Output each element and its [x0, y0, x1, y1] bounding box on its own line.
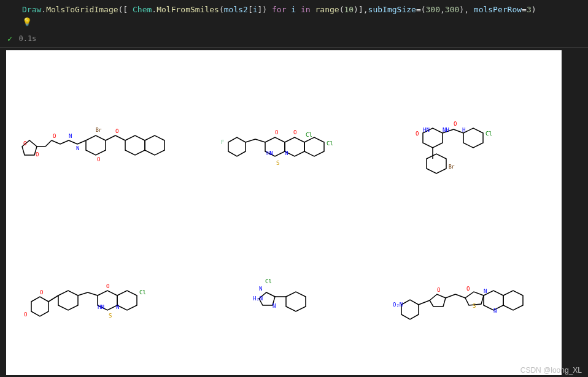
token-punct: ) [532, 4, 536, 16]
svg-text:F: F [221, 139, 224, 145]
svg-marker-10 [125, 135, 145, 155]
svg-line-5 [69, 140, 77, 144]
token-punct: ([ [118, 4, 133, 16]
svg-text:N: N [259, 286, 262, 292]
token-number: 300 [445, 4, 459, 16]
svg-text:N: N [493, 308, 497, 314]
svg-text:O: O [53, 133, 56, 139]
svg-marker-37 [463, 128, 483, 148]
svg-text:S: S [109, 313, 112, 319]
token-id: i [291, 4, 296, 16]
svg-marker-20 [228, 137, 246, 156]
svg-text:HN: HN [98, 304, 104, 310]
svg-text:NH: NH [443, 127, 449, 133]
svg-marker-63 [286, 292, 306, 311]
check-icon: ✓ [7, 34, 12, 44]
svg-text:S: S [473, 303, 476, 309]
svg-line-51 [88, 292, 98, 295]
svg-text:O: O [416, 131, 419, 137]
svg-text:Cl: Cl [139, 289, 146, 295]
molecule-grid: O O O N N Br O O F [6, 50, 562, 375]
svg-line-3 [52, 140, 60, 144]
svg-text:N: N [285, 150, 288, 156]
svg-text:N: N [69, 133, 72, 139]
svg-text:S: S [276, 160, 279, 166]
code-line: Draw . MolsToGridImage ([ Chem . MolFrom… [7, 4, 581, 16]
token-space [287, 4, 292, 16]
execution-time: 0.1s [18, 34, 36, 43]
svg-marker-75 [503, 291, 523, 310]
svg-text:HN: HN [423, 127, 430, 133]
token-punct: )], [354, 4, 368, 16]
token-number: 10 [344, 4, 354, 16]
token-punct: ]) [258, 4, 272, 16]
svg-marker-11 [145, 135, 164, 155]
token-punct: ), [459, 4, 473, 16]
svg-text:O: O [275, 129, 278, 135]
token-dot: . [41, 4, 46, 16]
svg-line-6 [77, 140, 86, 144]
svg-line-48 [48, 295, 58, 302]
svg-text:O: O [115, 128, 118, 134]
token-punct: ( [219, 4, 224, 16]
svg-text:O: O [466, 286, 470, 292]
svg-line-72 [455, 294, 465, 298]
token-id: mols2 [224, 4, 248, 16]
token-builtin: range [315, 4, 339, 16]
token-keyword: in [301, 4, 311, 16]
lightbulb-icon[interactable]: 💡 [22, 17, 32, 26]
token-kwarg: molsPerRow [474, 4, 522, 16]
token-space [311, 4, 315, 16]
svg-marker-39 [427, 154, 446, 173]
token-space [296, 4, 301, 16]
svg-marker-49 [58, 291, 78, 310]
molecule-svg: F O O HN N S Cl Cl [216, 109, 351, 182]
svg-line-4 [60, 140, 69, 144]
svg-text:Cl: Cl [485, 131, 492, 137]
token-punct: = [522, 4, 527, 16]
svg-line-50 [78, 292, 88, 295]
watermark: CSDN @loong_XL [520, 366, 582, 375]
svg-text:O: O [36, 151, 39, 158]
svg-line-8 [106, 135, 115, 140]
token-module: Draw [22, 4, 41, 16]
svg-line-22 [255, 139, 265, 142]
svg-text:N: N [484, 288, 487, 294]
svg-line-69 [419, 300, 430, 305]
molecule-svg: O O O HN N S Cl [19, 259, 179, 338]
svg-text:O: O [40, 289, 43, 295]
token-keyword: for [272, 4, 286, 16]
token-punct: , [440, 4, 445, 16]
molecule-svg: O₂N O O S N N [389, 259, 549, 338]
molecule-cell: O₂N O O S N N [376, 222, 562, 375]
molecule-cell: O O O N N Br O O [6, 69, 191, 222]
svg-text:O: O [454, 121, 457, 127]
molecule-cell: N N H₂N Cl [191, 222, 377, 375]
token-module: Chem [133, 4, 152, 16]
token-punct: =( [416, 4, 426, 16]
token-kwarg: subImgSize [368, 4, 416, 16]
molecule-cell: F O O HN N S Cl Cl [191, 69, 377, 222]
svg-text:O: O [437, 287, 440, 293]
svg-line-9 [115, 135, 125, 140]
svg-text:O₂N: O₂N [393, 302, 403, 308]
token-punct: [ [248, 4, 253, 16]
svg-line-21 [246, 139, 255, 142]
token-fn: MolFromSmiles [157, 4, 219, 16]
svg-text:N: N [76, 145, 79, 151]
molecule-svg: N N H₂N Cl [228, 265, 339, 332]
svg-text:N: N [273, 303, 276, 309]
svg-text:O: O [24, 311, 27, 318]
svg-marker-47 [31, 297, 48, 316]
token-number: 300 [426, 4, 440, 16]
svg-text:N: N [116, 304, 119, 310]
code-cell[interactable]: Draw . MolsToGridImage ([ Chem . MolFrom… [0, 0, 588, 30]
svg-line-2 [45, 140, 52, 147]
svg-text:HN: HN [266, 150, 273, 156]
svg-text:H₂N: H₂N [253, 295, 263, 302]
token-number: 3 [527, 4, 532, 16]
molecule-svg: O O O N N Br O O [10, 109, 188, 182]
svg-text:O: O [106, 283, 109, 289]
svg-line-71 [446, 294, 455, 298]
svg-text:Cl: Cl [265, 278, 272, 284]
